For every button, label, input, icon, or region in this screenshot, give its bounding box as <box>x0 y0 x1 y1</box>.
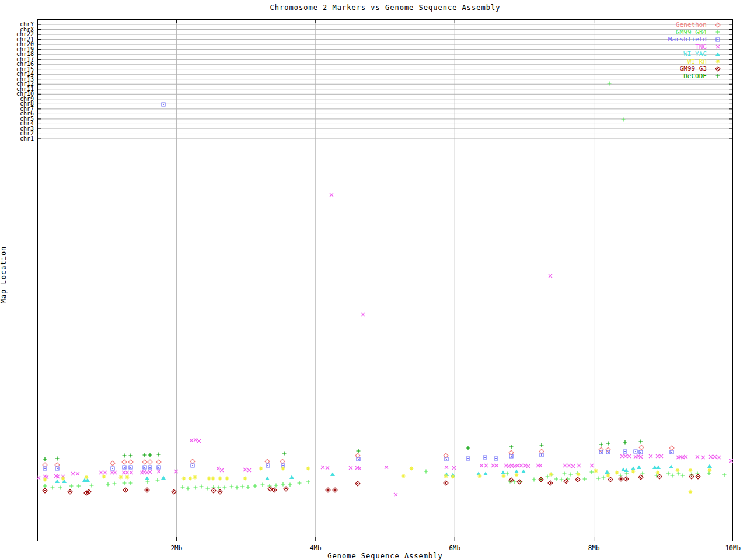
data-point-marker <box>677 472 681 476</box>
series-gm99-gb4 <box>43 82 727 491</box>
data-point-marker <box>148 470 152 474</box>
data-point-marker <box>681 474 685 478</box>
data-point-marker <box>713 455 717 459</box>
data-point-marker <box>512 480 516 484</box>
data-point-marker <box>193 475 197 480</box>
data-point-marker <box>484 464 488 467</box>
data-point-marker <box>58 486 62 490</box>
data-point-marker <box>123 488 128 492</box>
data-point-marker <box>162 103 165 106</box>
data-point-marker <box>608 82 612 86</box>
data-point-marker <box>361 313 365 316</box>
data-point-marker <box>637 466 641 470</box>
chart: Chromosome 2 Markers vs Genome Sequence … <box>0 0 747 560</box>
data-point-marker <box>549 274 552 278</box>
data-point-marker <box>306 467 310 471</box>
data-point-marker <box>288 483 292 487</box>
data-point-marker <box>200 485 204 489</box>
data-point-marker <box>119 475 123 480</box>
data-point-marker <box>330 193 333 197</box>
data-point-marker <box>217 467 220 470</box>
data-point-marker <box>145 488 149 492</box>
data-point-marker <box>689 468 693 473</box>
data-point-marker <box>111 467 114 470</box>
data-point-marker <box>68 489 72 494</box>
data-point-marker <box>649 454 652 458</box>
data-point-marker <box>220 468 224 472</box>
data-point-marker <box>266 464 270 467</box>
data-point-marker <box>128 460 133 464</box>
data-point-marker <box>509 445 514 449</box>
data-point-marker <box>671 474 675 478</box>
data-point-marker <box>284 487 288 491</box>
data-point-marker <box>716 45 720 48</box>
data-point-marker <box>722 473 727 477</box>
data-point-marker <box>110 461 115 466</box>
data-point-marker <box>261 483 265 487</box>
data-point-marker <box>608 477 613 482</box>
data-point-marker <box>123 454 127 458</box>
data-point-marker <box>129 454 133 458</box>
legend-label: GM99 GB4 <box>676 29 707 36</box>
legend-label: GM99 G3 <box>680 65 707 72</box>
data-point-marker <box>218 489 222 494</box>
data-point-marker <box>191 464 194 467</box>
plot-canvas <box>37 19 733 541</box>
data-point-marker <box>491 464 495 467</box>
data-point-marker <box>85 475 89 480</box>
data-point-marker <box>125 475 130 480</box>
data-point-marker <box>211 477 215 481</box>
data-point-marker <box>656 466 661 470</box>
data-point-marker <box>669 446 674 450</box>
data-point-marker <box>424 470 428 474</box>
data-point-marker <box>560 478 564 482</box>
data-point-marker <box>265 459 270 464</box>
series-wi-rh <box>43 467 712 494</box>
data-point-marker <box>129 481 133 485</box>
data-point-marker <box>540 443 544 447</box>
data-point-marker <box>466 457 470 460</box>
data-point-marker <box>357 457 360 461</box>
data-point-marker <box>206 487 210 491</box>
data-point-marker <box>148 466 152 469</box>
data-point-marker <box>516 464 519 467</box>
data-point-marker <box>130 471 133 474</box>
data-point-marker <box>716 30 720 34</box>
data-point-marker <box>189 477 193 481</box>
data-point-marker <box>280 459 285 464</box>
data-point-marker <box>71 472 75 475</box>
data-point-marker <box>156 478 160 482</box>
data-point-marker <box>707 471 711 475</box>
data-point-marker <box>402 474 406 478</box>
data-point-marker <box>113 482 117 486</box>
plot-area <box>37 19 733 541</box>
data-point-marker <box>268 487 273 491</box>
data-point-marker <box>623 450 627 453</box>
data-point-marker <box>43 478 47 482</box>
series-wi-yac <box>55 464 712 484</box>
data-point-marker <box>596 477 601 481</box>
data-point-marker <box>615 471 619 475</box>
data-point-marker <box>282 452 287 456</box>
data-point-marker <box>546 475 550 479</box>
data-point-marker <box>55 457 60 461</box>
data-point-marker <box>77 484 81 488</box>
data-point-marker <box>123 466 126 469</box>
data-point-marker <box>246 485 250 489</box>
data-point-marker <box>539 464 542 467</box>
data-point-marker <box>148 453 152 457</box>
data-point-marker <box>590 464 594 467</box>
series-tng <box>37 193 733 496</box>
legend-row: DeCODE <box>683 72 722 80</box>
data-point-marker <box>689 490 693 494</box>
data-point-marker <box>99 471 103 474</box>
data-point-marker <box>61 477 65 481</box>
data-point-marker <box>358 467 361 470</box>
data-point-marker <box>569 473 573 477</box>
data-point-marker <box>567 464 571 467</box>
data-point-marker <box>125 471 129 474</box>
data-point-marker <box>571 464 575 468</box>
x-tick-label: 10Mb <box>714 544 747 552</box>
data-point-marker <box>514 470 519 474</box>
data-point-marker <box>548 481 553 485</box>
